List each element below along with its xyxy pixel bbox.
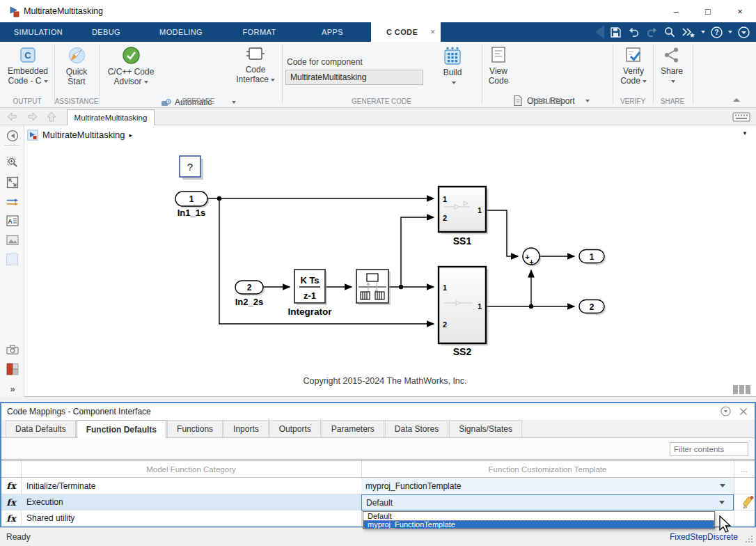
tab-inports[interactable]: Inports	[223, 420, 269, 437]
build-button[interactable]: Build	[434, 46, 471, 87]
help-icon[interactable]: ?	[710, 26, 723, 39]
redo-icon[interactable]	[645, 26, 659, 39]
favorites-icon[interactable]	[681, 26, 696, 39]
maximize-button[interactable]: □	[692, 0, 724, 22]
view-code-icon	[490, 46, 507, 64]
quick-start-button[interactable]: Quick Start	[57, 46, 96, 86]
fit-to-view-icon[interactable]	[6, 176, 19, 189]
dropdown-caret-icon	[585, 100, 590, 102]
template-combo-execution[interactable]: Default	[361, 494, 734, 510]
outport1-block[interactable]: 1	[579, 250, 606, 265]
code-for-component-input[interactable]	[285, 70, 423, 85]
tab-functions[interactable]: Functions	[167, 420, 223, 437]
svg-text:In2_2s: In2_2s	[235, 297, 263, 307]
document-tab[interactable]: MultirateMultitasking	[67, 109, 155, 125]
help-block[interactable]: ?	[180, 156, 203, 180]
tab-function-defaults[interactable]: Function Defaults	[77, 420, 166, 438]
dropdown-option-myproj[interactable]: myproj_FunctionTemplate	[363, 520, 714, 529]
template-combo-initialize[interactable]: myproj_FunctionTemplate	[361, 478, 734, 493]
sum-block[interactable]: + +	[523, 248, 542, 267]
annotation-icon[interactable]: A	[6, 214, 19, 227]
toolstrip-options-icon[interactable]	[737, 26, 750, 39]
favorites-caret-icon[interactable]	[701, 31, 705, 33]
column-header-category[interactable]: Model Function Category	[21, 460, 361, 478]
resize-grip-icon[interactable]	[745, 535, 753, 543]
zoom-region-icon[interactable]	[6, 156, 19, 169]
branch-dot	[399, 285, 403, 289]
filter-input[interactable]	[670, 442, 748, 456]
signal-routing-icon[interactable]	[6, 196, 19, 208]
palette-rail: A »	[0, 125, 24, 397]
view-code-button[interactable]: View Code	[483, 46, 514, 86]
breadcrumb-dropdown-icon[interactable]: ▼	[742, 130, 748, 136]
svg-text:z-1: z-1	[304, 290, 316, 301]
tab-format[interactable]: FORMAT	[226, 22, 292, 42]
tab-apps[interactable]: APPS	[303, 22, 362, 42]
tab-signals-states[interactable]: Signals/States	[449, 420, 522, 437]
viewmarks-icon[interactable]	[6, 363, 19, 375]
tab-simulation[interactable]: SIMULATION	[7, 22, 70, 42]
rate-transition-block[interactable]	[356, 270, 391, 305]
table-row-initialize-terminate[interactable]: fx Initialize/Terminate myproj_FunctionT…	[1, 478, 755, 494]
breadcrumb-arrow-icon[interactable]: ▸	[129, 132, 133, 139]
undo-icon[interactable]	[627, 26, 640, 39]
collapse-ribbon-icon[interactable]	[731, 96, 742, 104]
search-icon[interactable]	[663, 26, 676, 38]
breadcrumb-model[interactable]: MultirateMultitasking	[42, 130, 125, 140]
dropdown-caret-icon	[452, 81, 456, 84]
expand-palette-icon[interactable]: »	[6, 382, 19, 395]
minimize-button[interactable]: –	[660, 0, 692, 22]
tab-parameters[interactable]: Parameters	[322, 420, 384, 437]
back-icon[interactable]	[6, 111, 18, 122]
edit-pencil-icon[interactable]	[741, 495, 755, 510]
area-icon[interactable]	[6, 254, 18, 265]
image-icon[interactable]	[6, 234, 19, 247]
canvas-corner-icon[interactable]	[733, 385, 750, 394]
splitter[interactable]	[0, 397, 756, 402]
share-button[interactable]: Share	[655, 46, 688, 86]
svg-text:A: A	[8, 218, 13, 225]
panel-tab-strip: Data Defaults Function Defaults Function…	[1, 420, 755, 438]
inport1-block[interactable]: 1 In1_1s	[175, 192, 210, 218]
embedded-code-button[interactable]: C Embedded Code - C	[3, 46, 53, 86]
tab-data-defaults[interactable]: Data Defaults	[6, 420, 76, 437]
solver-link[interactable]: FixedStepDiscrete	[670, 532, 738, 542]
model-canvas[interactable]: ? 1 In1_1s 2 In2_2s K Ts	[24, 144, 756, 397]
fx-icon: fx	[1, 478, 21, 494]
tab-outports[interactable]: Outports	[269, 420, 321, 437]
sidebar-toggle-icon[interactable]	[6, 130, 19, 142]
column-header-template[interactable]: Function Customization Template	[361, 460, 734, 478]
code-interface-dropdown[interactable]: Code Interface	[234, 46, 277, 84]
outport2-block[interactable]: 2	[579, 300, 606, 315]
panel-minimize-icon[interactable]	[720, 406, 731, 416]
tab-debug[interactable]: DEBUG	[77, 22, 136, 42]
up-icon[interactable]	[46, 111, 57, 123]
tab-modeling[interactable]: MODELING	[143, 22, 219, 42]
screenshot-icon[interactable]	[6, 343, 19, 356]
svg-text:K Ts: K Ts	[300, 275, 319, 286]
panel-close-icon[interactable]	[739, 407, 748, 416]
ss1-subsystem-block[interactable]: 1 2 1 SS1	[439, 187, 489, 247]
forward-icon[interactable]	[26, 111, 39, 122]
code-advisor-button[interactable]: C/C++ Code Advisor	[103, 46, 159, 86]
branch-dot	[529, 304, 533, 309]
tab-data-stores[interactable]: Data Stores	[385, 420, 448, 437]
save-icon[interactable]	[609, 26, 622, 39]
svg-text:SS2: SS2	[453, 346, 472, 357]
verify-code-button[interactable]: Verify Code	[615, 46, 652, 86]
column-header-more[interactable]: ...	[734, 460, 755, 478]
close-button[interactable]: ×	[724, 0, 756, 22]
help-caret-icon[interactable]	[728, 31, 732, 33]
template-dropdown-list: Default myproj_FunctionTemplate	[363, 511, 715, 529]
inport2-block[interactable]: 2 In2_2s	[235, 281, 265, 307]
dropdown-caret-icon	[671, 80, 675, 83]
dropdown-option-default[interactable]: Default	[363, 512, 714, 520]
table-row-execution[interactable]: fx Execution Default	[1, 494, 755, 510]
tab-close-icon[interactable]: ×	[430, 27, 435, 37]
integrator-block[interactable]: K Ts z-1 Integrator	[288, 270, 332, 317]
tab-c-code[interactable]: C CODE ×	[371, 22, 441, 42]
svg-text:1: 1	[443, 195, 447, 203]
ss2-subsystem-block[interactable]: 1 2 1 SS2	[439, 267, 489, 357]
branch-dot	[217, 196, 221, 201]
keyboard-icon[interactable]	[732, 112, 750, 122]
